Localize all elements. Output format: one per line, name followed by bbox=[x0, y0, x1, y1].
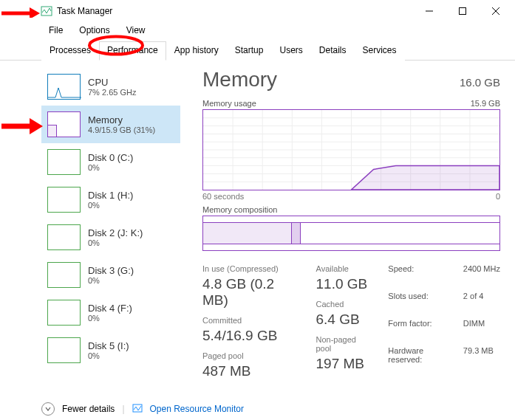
detail-total: 16.0 GB bbox=[460, 76, 500, 89]
sidebar-item-sub: 0% bbox=[88, 238, 143, 247]
footer-bar: Fewer details | Open Resource Monitor bbox=[41, 402, 244, 416]
cached-value: 6.4 GB bbox=[316, 311, 371, 328]
disk-thumbnail bbox=[47, 224, 81, 250]
svg-rect-3 bbox=[459, 8, 465, 15]
sidebar-item-sub: 0% bbox=[88, 314, 132, 323]
window-title: Task Manager bbox=[57, 6, 112, 16]
hwres-label: Hardware reserved: bbox=[388, 346, 452, 379]
memory-usage-graph[interactable] bbox=[202, 109, 500, 190]
cpu-thumbnail bbox=[47, 74, 81, 100]
svg-rect-24 bbox=[133, 404, 142, 412]
detail-heading: Memory bbox=[202, 68, 277, 92]
minimize-button[interactable] bbox=[412, 1, 446, 21]
resource-monitor-icon bbox=[132, 403, 143, 416]
sidebar-item-disk1[interactable]: Disk 1 (H:) 0% bbox=[41, 181, 180, 218]
sidebar-item-sub: 4.9/15.9 GB (31%) bbox=[88, 125, 155, 134]
tab-performance[interactable]: Performance bbox=[99, 41, 166, 61]
x-axis-right: 0 bbox=[496, 192, 500, 201]
disk-thumbnail bbox=[47, 262, 81, 288]
memory-composition-graph[interactable] bbox=[202, 216, 500, 251]
sidebar-item-label: Disk 2 (J: K:) bbox=[88, 227, 143, 238]
sidebar-item-disk0[interactable]: Disk 0 (C:) 0% bbox=[41, 143, 180, 181]
memory-thumbnail bbox=[47, 111, 81, 137]
tab-users[interactable]: Users bbox=[271, 41, 310, 61]
paged-value: 487 MB bbox=[202, 363, 299, 379]
x-axis-left: 60 seconds bbox=[202, 192, 244, 201]
composition-label: Memory composition bbox=[202, 205, 277, 214]
tab-strip: Processes Performance App history Startu… bbox=[0, 41, 515, 61]
menu-options[interactable]: Options bbox=[72, 24, 117, 37]
tab-details[interactable]: Details bbox=[311, 41, 355, 61]
menu-file[interactable]: File bbox=[41, 24, 70, 37]
performance-sidebar: CPU 7% 2.65 GHz Memory 4.9/15.9 GB (31%)… bbox=[41, 68, 180, 407]
speed-label: Speed: bbox=[388, 264, 452, 289]
in-use-label: In use (Compressed) bbox=[202, 264, 299, 273]
tab-services[interactable]: Services bbox=[355, 41, 405, 61]
nonpaged-label: Non-paged pool bbox=[316, 335, 371, 353]
sidebar-item-label: Disk 4 (F:) bbox=[88, 303, 132, 314]
sidebar-item-sub: 0% bbox=[88, 351, 129, 360]
sidebar-item-label: Disk 5 (I:) bbox=[88, 340, 129, 351]
sidebar-item-disk5[interactable]: Disk 5 (I:) 0% bbox=[41, 331, 180, 369]
sidebar-item-memory[interactable]: Memory 4.9/15.9 GB (31%) bbox=[41, 106, 180, 143]
nonpaged-value: 197 MB bbox=[316, 356, 371, 372]
hwres-value: 79.3 MB bbox=[463, 346, 500, 379]
chevron-down-icon[interactable] bbox=[41, 402, 55, 416]
menubar: File Options View bbox=[0, 22, 515, 41]
fewer-details-button[interactable]: Fewer details bbox=[62, 404, 115, 414]
usage-label: Memory usage bbox=[202, 99, 256, 108]
disk-thumbnail bbox=[47, 337, 81, 363]
slots-value: 2 of 4 bbox=[463, 292, 500, 316]
sidebar-item-label: Memory bbox=[88, 114, 155, 125]
sidebar-item-label: CPU bbox=[88, 77, 136, 88]
available-label: Available bbox=[316, 264, 371, 273]
sidebar-item-sub: 7% 2.65 GHz bbox=[88, 88, 136, 97]
tab-startup[interactable]: Startup bbox=[227, 41, 272, 61]
titlebar: Task Manager bbox=[0, 0, 515, 22]
sidebar-item-sub: 0% bbox=[88, 201, 133, 210]
available-value: 11.0 GB bbox=[316, 276, 371, 292]
tab-processes[interactable]: Processes bbox=[41, 41, 99, 61]
memory-detail-pane: Memory 16.0 GB Memory usage 15.9 GB bbox=[180, 68, 500, 407]
maximize-button[interactable] bbox=[446, 1, 479, 21]
disk-thumbnail bbox=[47, 149, 81, 175]
in-use-value: 4.8 GB (0.2 MB) bbox=[202, 276, 299, 309]
sidebar-item-disk2[interactable]: Disk 2 (J: K:) 0% bbox=[41, 218, 180, 256]
cached-label: Cached bbox=[316, 300, 371, 309]
task-manager-icon bbox=[41, 5, 52, 17]
paged-label: Paged pool bbox=[202, 351, 299, 360]
committed-value: 5.4/16.9 GB bbox=[202, 328, 299, 344]
slots-label: Slots used: bbox=[388, 292, 452, 316]
form-label: Form factor: bbox=[388, 319, 452, 343]
sidebar-item-cpu[interactable]: CPU 7% 2.65 GHz bbox=[41, 68, 180, 106]
committed-label: Committed bbox=[202, 316, 299, 325]
tab-app-history[interactable]: App history bbox=[166, 41, 227, 61]
menu-view[interactable]: View bbox=[119, 24, 153, 37]
sidebar-item-label: Disk 1 (H:) bbox=[88, 190, 133, 201]
sidebar-item-label: Disk 0 (C:) bbox=[88, 152, 133, 163]
sidebar-item-sub: 0% bbox=[88, 276, 134, 285]
sidebar-item-sub: 0% bbox=[88, 163, 133, 172]
open-resource-monitor-link[interactable]: Open Resource Monitor bbox=[150, 404, 244, 414]
close-button[interactable] bbox=[479, 1, 512, 21]
sidebar-item-disk3[interactable]: Disk 3 (G:) 0% bbox=[41, 256, 180, 294]
form-value: DIMM bbox=[463, 319, 500, 343]
sidebar-item-label: Disk 3 (G:) bbox=[88, 265, 134, 276]
speed-value: 2400 MHz bbox=[463, 264, 500, 289]
usage-max: 15.9 GB bbox=[471, 99, 500, 108]
disk-thumbnail bbox=[47, 187, 81, 213]
sidebar-item-disk4[interactable]: Disk 4 (F:) 0% bbox=[41, 294, 180, 331]
disk-thumbnail bbox=[47, 300, 81, 326]
